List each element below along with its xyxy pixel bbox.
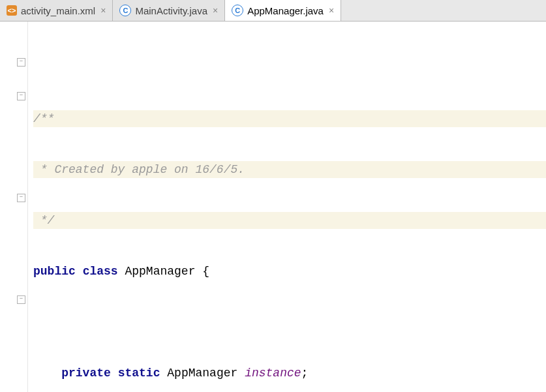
code-editor[interactable]: − − − − /** * Created by apple on 16/6/5… xyxy=(0,22,546,392)
tab-label: AppManager.java xyxy=(247,5,324,16)
close-icon[interactable]: × xyxy=(100,5,106,16)
tab-main-activity[interactable]: C MainActivity.java × xyxy=(113,0,225,21)
keyword-static: static xyxy=(118,367,160,380)
xml-icon: <> xyxy=(7,5,17,16)
javadoc-open: /** xyxy=(33,112,54,125)
tab-label: activity_main.xml xyxy=(21,5,95,16)
tab-activity-main[interactable]: <> activity_main.xml × xyxy=(0,0,113,21)
tab-label: MainActivity.java xyxy=(135,5,207,16)
fold-toggle-icon[interactable]: − xyxy=(17,92,25,100)
javadoc-close: */ xyxy=(33,214,54,227)
javadoc-line: * Created by apple on 16/6/5. xyxy=(33,163,245,176)
keyword-public: public xyxy=(33,265,76,278)
class-name: AppManager { xyxy=(125,265,209,278)
editor-tabs: <> activity_main.xml × C MainActivity.ja… xyxy=(0,0,546,22)
field-instance: instance xyxy=(245,367,301,380)
close-icon[interactable]: × xyxy=(329,5,334,16)
code-area[interactable]: /** * Created by apple on 16/6/5. */ pub… xyxy=(28,22,546,392)
java-class-icon: C xyxy=(232,5,243,16)
gutter: − − − − xyxy=(0,22,28,392)
keyword-class: class xyxy=(83,265,118,278)
fold-toggle-icon[interactable]: − xyxy=(17,295,25,304)
fold-toggle-icon[interactable]: − xyxy=(17,194,25,202)
keyword-private: private xyxy=(61,367,111,380)
type: AppManager xyxy=(167,367,237,380)
fold-toggle-icon[interactable]: − xyxy=(17,58,25,67)
close-icon[interactable]: × xyxy=(213,5,218,16)
tab-app-manager[interactable]: C AppManager.java × xyxy=(225,0,341,21)
java-class-icon: C xyxy=(119,5,131,16)
